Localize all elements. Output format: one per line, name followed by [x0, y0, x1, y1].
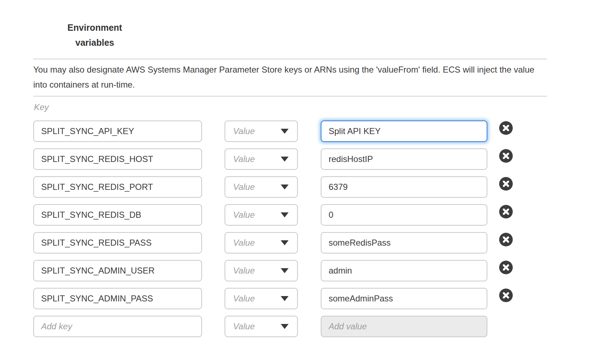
env-value-input[interactable]	[321, 232, 487, 254]
env-var-row: Value	[33, 316, 513, 337]
value-type-selected: Value	[233, 321, 255, 331]
env-value-input[interactable]	[321, 120, 487, 142]
remove-row-button[interactable]	[499, 233, 513, 246]
value-type-dropdown[interactable]: Value	[225, 288, 298, 309]
env-value-input[interactable]	[321, 288, 487, 309]
x-circle-icon	[499, 177, 513, 191]
x-circle-icon	[499, 121, 513, 135]
env-var-row: Value	[33, 232, 513, 254]
divider-top	[33, 59, 547, 59]
section-title: Environment variables	[33, 20, 156, 50]
chevron-down-icon	[281, 129, 289, 134]
remove-row-button[interactable]	[499, 121, 513, 135]
env-key-input[interactable]	[33, 204, 202, 226]
section-description: You may also designate AWS Systems Manag…	[33, 62, 548, 92]
env-key-input[interactable]	[33, 232, 202, 254]
remove-row-button[interactable]	[499, 149, 513, 163]
remove-row-button[interactable]	[499, 261, 513, 274]
env-value-input[interactable]	[321, 260, 487, 281]
value-type-dropdown[interactable]: Value	[225, 148, 298, 170]
environment-variables-section: Environment variables You may also desig…	[0, 0, 600, 364]
section-title-line1: Environment	[33, 20, 156, 35]
env-var-row: Value	[33, 260, 513, 281]
value-type-dropdown[interactable]: Value	[225, 120, 298, 142]
value-type-selected: Value	[233, 154, 255, 164]
env-key-input[interactable]	[33, 316, 202, 337]
env-value-input[interactable]	[321, 148, 487, 170]
chevron-down-icon	[281, 157, 289, 162]
chevron-down-icon	[281, 268, 289, 273]
env-key-input[interactable]	[33, 176, 202, 198]
env-var-row: Value	[33, 148, 513, 170]
x-circle-icon	[499, 261, 513, 274]
key-column-header: Key	[34, 102, 49, 112]
env-value-input[interactable]	[321, 204, 487, 226]
env-var-row: Value	[33, 288, 513, 309]
env-var-row: Value	[33, 176, 513, 198]
chevron-down-icon	[281, 212, 289, 217]
value-type-dropdown[interactable]: Value	[225, 260, 298, 281]
x-circle-icon	[499, 289, 513, 302]
chevron-down-icon	[281, 296, 289, 301]
env-var-rows: Value Value Value	[33, 120, 513, 344]
env-value-input[interactable]	[321, 176, 487, 198]
env-var-row: Value	[33, 204, 513, 226]
x-circle-icon	[499, 205, 513, 218]
value-type-selected: Value	[233, 294, 255, 304]
remove-row-button[interactable]	[499, 205, 513, 218]
env-key-input[interactable]	[33, 260, 202, 281]
value-type-dropdown[interactable]: Value	[225, 176, 298, 198]
value-type-selected: Value	[233, 210, 255, 220]
env-var-row: Value	[33, 120, 513, 142]
divider-bottom	[33, 96, 547, 97]
env-key-input[interactable]	[33, 288, 202, 309]
value-type-selected: Value	[233, 266, 255, 276]
section-title-line2: variables	[33, 35, 156, 50]
value-type-selected: Value	[233, 182, 255, 192]
env-key-input[interactable]	[33, 148, 202, 170]
remove-row-button[interactable]	[499, 289, 513, 302]
x-circle-icon	[499, 149, 513, 163]
chevron-down-icon	[281, 185, 289, 190]
value-type-dropdown[interactable]: Value	[225, 204, 298, 226]
value-type-selected: Value	[233, 238, 255, 248]
value-type-dropdown[interactable]: Value	[225, 232, 298, 254]
value-type-dropdown[interactable]: Value	[225, 316, 298, 337]
value-type-selected: Value	[233, 126, 255, 136]
chevron-down-icon	[281, 240, 289, 245]
env-value-input[interactable]	[321, 316, 487, 337]
chevron-down-icon	[281, 324, 289, 329]
remove-row-button[interactable]	[499, 177, 513, 191]
x-circle-icon	[499, 233, 513, 246]
env-key-input[interactable]	[33, 120, 202, 142]
